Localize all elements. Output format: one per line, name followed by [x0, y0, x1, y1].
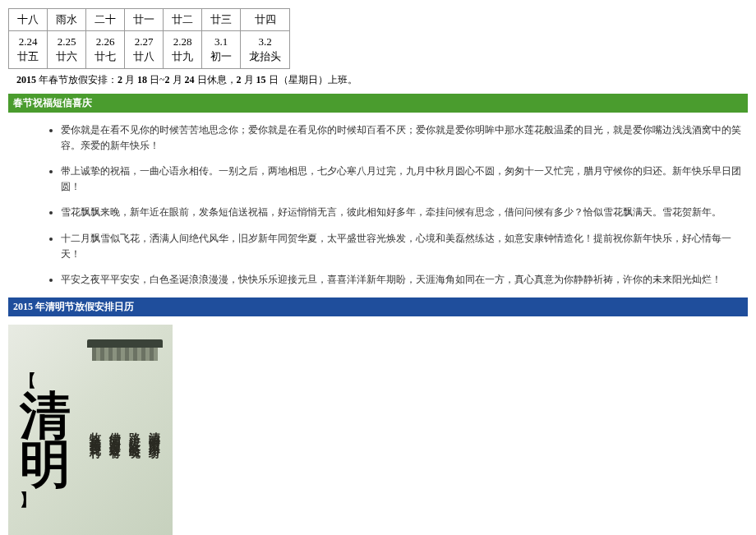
- cal-cell: 廿三: [202, 9, 241, 31]
- cal-cell: 廿四: [241, 9, 290, 31]
- list-item: 爱你就是在看不见你的时候苦苦地思念你；爱你就是在看见你的时候却百看不厌；爱你就是…: [61, 122, 748, 154]
- cal-cell: 2.24廿五: [9, 31, 48, 68]
- cal-cell: 2.28廿九: [164, 31, 202, 68]
- list-item: 雪花飘飘来晚，新年近在眼前，发条短信送祝福，好运悄悄无言，彼此相知好多年，牵挂问…: [61, 205, 748, 220]
- cal-cell: 2.26廿七: [86, 31, 125, 68]
- cal-cell: 雨水: [48, 9, 86, 31]
- qingming-poem: 清明时节雨纷纷， 路上行人欲断魂。 借问酒家何处有？ 牧童遥指杏花村。: [87, 423, 161, 454]
- calendar-table: 十八 雨水 二十 廿一 廿二 廿三 廿四 2.24廿五 2.25廿六 2.26廿…: [8, 8, 290, 69]
- qingming-title: 【 清 明 】: [20, 370, 69, 511]
- cal-cell: 2.25廿六: [48, 31, 86, 68]
- greetings-list: 爱你就是在看不见你的时候苦苦地思念你；爱你就是在看见你的时候却百看不厌；爱你就是…: [8, 122, 748, 288]
- cal-cell: 十八: [9, 9, 48, 31]
- schedule-note: 2015 年春节放假安排：2 月 18 日~2 月 24 日休息，2 月 15 …: [16, 73, 748, 87]
- table-row: 十八 雨水 二十 廿一 廿二 廿三 廿四: [9, 9, 290, 31]
- qingming-image: 【 清 明 】 清明时节雨纷纷， 路上行人欲断魂。 借问酒家何处有？ 牧童遥指杏…: [8, 325, 173, 535]
- roof-icon: [87, 339, 163, 364]
- cal-cell: 廿二: [164, 9, 202, 31]
- list-item: 带上诚挚的祝福，一曲心语永相传。一别之后，两地相思，七夕心寒八月过完，九月中秋月…: [61, 164, 748, 195]
- cal-cell: 廿一: [125, 9, 164, 31]
- table-row: 2.24廿五 2.25廿六 2.26廿七 2.27廿八 2.28廿九 3.1初一…: [9, 31, 290, 68]
- list-item: 平安之夜平平安安，白色圣诞浪浪漫漫，快快乐乐迎接元旦，喜喜洋洋新年期盼，天涯海角…: [61, 272, 748, 288]
- list-item: 十二月飘雪似飞花，洒满人间绝代风华，旧岁新年同贺华夏，太平盛世容光焕发，心境和美…: [61, 231, 748, 262]
- cal-cell: 3.1初一: [202, 31, 241, 68]
- cal-cell: 2.27廿八: [125, 31, 164, 68]
- section-header-qingming: 2015 年清明节放假安排日历: [8, 297, 748, 316]
- section-header-greetings: 春节祝福短信喜庆: [8, 94, 748, 113]
- cal-cell: 二十: [86, 9, 125, 31]
- cal-cell: 3.2龙抬头: [241, 31, 290, 68]
